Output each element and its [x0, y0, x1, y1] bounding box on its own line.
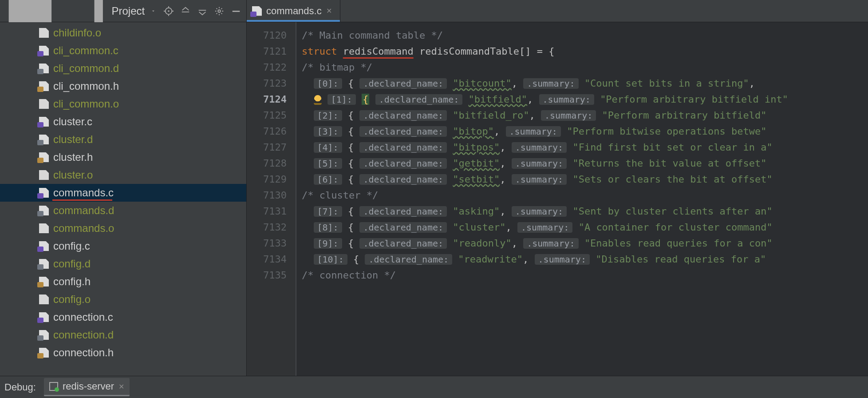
o-file-icon — [39, 223, 49, 233]
tree-item[interactable]: commands.d — [0, 202, 246, 219]
tree-item[interactable]: cluster.o — [0, 166, 246, 184]
debug-label[interactable]: Debug: — [4, 382, 36, 393]
line-number: 7125 — [247, 107, 296, 123]
code-line[interactable]: /* bitmap */ — [296, 60, 868, 76]
line-number: 7120 — [247, 28, 296, 44]
code-line[interactable]: [2]: { .declared_name: "bitfield_ro", .s… — [296, 107, 868, 123]
tree-item[interactable]: cluster.c — [0, 113, 246, 131]
line-number: 7133 — [247, 235, 296, 251]
project-tree[interactable]: childinfo.ocli_common.ccli_common.dcli_c… — [0, 22, 247, 376]
tree-item-label: commands.c — [53, 187, 114, 199]
tree-item-label: connection.d — [53, 329, 114, 341]
line-number: 7129 — [247, 171, 296, 187]
code-line[interactable]: [6]: { .declared_name: "setbit", .summar… — [296, 171, 868, 187]
tree-item-label: cli_common.d — [53, 62, 119, 75]
tree-item[interactable]: cli_common.d — [0, 60, 246, 77]
tree-item[interactable]: cluster.h — [0, 148, 246, 166]
tree-item[interactable]: config.o — [0, 291, 246, 308]
code-editor[interactable]: 7120712171227123712471257126712771287129… — [247, 22, 868, 376]
d-file-icon — [39, 259, 49, 269]
tree-item[interactable]: childinfo.o — [0, 24, 246, 42]
tree-item-label: cluster.c — [53, 115, 92, 128]
code-line[interactable]: [5]: { .declared_name: "getbit", .summar… — [296, 155, 868, 171]
locate-icon[interactable] — [164, 6, 174, 16]
code-line[interactable]: [10]: { .declared_name: "readwrite", .su… — [296, 251, 868, 267]
run-config-icon — [49, 382, 58, 391]
tree-item[interactable]: connection.d — [0, 326, 246, 344]
tree-item[interactable]: connection.c — [0, 308, 246, 326]
tree-item-label: cli_common.c — [53, 44, 118, 57]
h-file-icon — [39, 81, 49, 91]
code-area[interactable]: /* Main command table */struct redisComm… — [296, 22, 868, 376]
line-number: 7128 — [247, 155, 296, 171]
tree-item-label: cluster.h — [53, 151, 93, 163]
o-file-icon — [39, 170, 49, 180]
tree-item-label: config.d — [53, 258, 91, 270]
code-line[interactable]: [0]: { .declared_name: "bitcount", .summ… — [296, 76, 868, 92]
close-debug-tab-icon[interactable]: ✕ — [118, 382, 124, 391]
h-file-icon — [39, 152, 49, 162]
tab-commands-c[interactable]: commands.c ✕ — [247, 0, 340, 22]
tree-item-label: config.o — [53, 293, 91, 306]
h-file-icon — [39, 348, 49, 358]
tree-item-label: childinfo.o — [53, 27, 101, 39]
c-file-icon — [39, 241, 49, 251]
settings-icon[interactable] — [214, 6, 224, 16]
tree-item[interactable]: cluster.d — [0, 131, 246, 148]
project-tool-window-title[interactable]: Project — [112, 5, 145, 17]
code-line[interactable]: struct redisCommand redisCommandTable[] … — [296, 44, 868, 60]
close-tab-icon[interactable]: ✕ — [326, 7, 332, 15]
line-number: 7131 — [247, 203, 296, 219]
line-number: 7132 — [247, 219, 296, 235]
o-file-icon — [39, 99, 49, 109]
d-file-icon — [39, 330, 49, 340]
hide-icon[interactable] — [231, 6, 241, 16]
tree-item[interactable]: commands.o — [0, 219, 246, 237]
project-dropdown-icon[interactable] — [152, 8, 155, 15]
tree-item[interactable]: config.h — [0, 273, 246, 291]
intention-bulb-icon[interactable] — [314, 95, 322, 105]
tree-item[interactable]: cli_common.h — [0, 77, 246, 95]
c-file-icon — [39, 46, 49, 56]
tree-item-label: config.h — [53, 275, 91, 288]
debug-tool-window-bar: Debug: redis-server ✕ — [0, 376, 868, 398]
expand-all-icon[interactable] — [181, 6, 190, 16]
tree-item-label: cli_common.o — [53, 98, 119, 110]
tree-item-label: commands.o — [53, 222, 114, 235]
project-tool-window-header: Project — [0, 0, 247, 22]
tree-item[interactable]: config.d — [0, 255, 246, 273]
tree-item[interactable]: cli_common.o — [0, 95, 246, 113]
collapse-all-icon[interactable] — [197, 6, 207, 16]
code-line[interactable]: /* Main command table */ — [296, 28, 868, 44]
c-file-icon — [252, 6, 262, 16]
tree-item[interactable]: connection.h — [0, 344, 246, 362]
tree-item-label: connection.c — [53, 311, 113, 323]
code-line[interactable]: /* cluster */ — [296, 187, 868, 203]
line-number: 7126 — [247, 123, 296, 139]
tree-item-label: config.c — [53, 240, 90, 252]
d-file-icon — [39, 64, 49, 73]
line-number-gutter: 7120712171227123712471257126712771287129… — [247, 22, 296, 376]
line-number: 7130 — [247, 187, 296, 203]
o-file-icon — [39, 28, 49, 38]
code-line[interactable]: [8]: { .declared_name: "cluster", .summa… — [296, 219, 868, 235]
code-line[interactable]: /* connection */ — [296, 267, 868, 283]
tab-title: commands.c — [266, 5, 322, 17]
tree-item-label: connection.h — [53, 346, 114, 359]
svg-point-4 — [218, 10, 221, 12]
code-line[interactable]: [1]: { .declared_name: "bitfield", .summ… — [296, 92, 868, 107]
c-file-icon — [39, 188, 49, 198]
tree-item[interactable]: commands.c — [0, 184, 246, 202]
tree-item[interactable]: config.c — [0, 237, 246, 255]
svg-rect-5 — [233, 11, 240, 12]
debug-session-tab[interactable]: redis-server ✕ — [44, 378, 130, 396]
code-line[interactable]: [9]: { .declared_name: "readonly", .summ… — [296, 235, 868, 251]
line-number: 7134 — [247, 251, 296, 267]
code-line[interactable]: [4]: { .declared_name: "bitpos", .summar… — [296, 139, 868, 155]
line-number: 7135 — [247, 267, 296, 283]
code-line[interactable]: [7]: { .declared_name: "asking", .summar… — [296, 203, 868, 219]
code-line[interactable]: [3]: { .declared_name: "bitop", .summary… — [296, 123, 868, 139]
o-file-icon — [39, 295, 49, 304]
tree-item[interactable]: cli_common.c — [0, 42, 246, 60]
c-file-icon — [39, 117, 49, 127]
